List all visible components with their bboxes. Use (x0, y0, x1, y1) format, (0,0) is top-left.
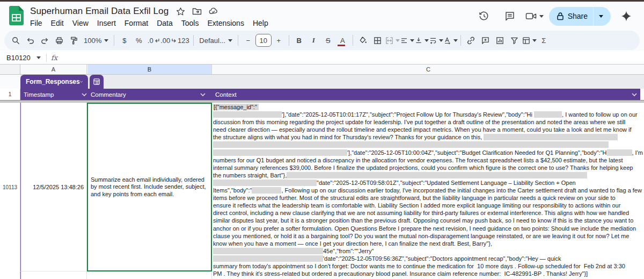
more-number-formats-icon[interactable]: 123 (176, 33, 191, 48)
menu-extensions[interactable]: Extensions (203, 18, 248, 28)
menu-file[interactable]: File (26, 18, 47, 28)
context-filter-caret (632, 93, 637, 96)
menu-insert[interactable]: Insert (93, 18, 120, 28)
context-line: 'date":"2025-12-05T09:56:36Z","subject":… (213, 255, 643, 262)
context-line: '],"date":"2025-12-05T10:01:17Z","subjec… (213, 111, 643, 118)
paint-format-icon[interactable] (67, 33, 81, 48)
column-header-a[interactable]: A (20, 65, 87, 74)
context-cell-text[interactable]: [{"message_id":"'],"date":"2025-12-05T10… (213, 103, 643, 277)
italic-icon[interactable]: I (306, 33, 321, 48)
text-color-icon[interactable]: A (335, 33, 350, 48)
horizontal-align-icon[interactable] (400, 33, 414, 48)
format-percent-icon[interactable]: % (131, 33, 146, 48)
functions-icon[interactable]: Σ (537, 33, 551, 48)
menu-view[interactable]: View (68, 18, 93, 28)
insert-link-icon[interactable] (464, 33, 478, 48)
fx-icon: fx (51, 54, 57, 62)
star-icon[interactable] (175, 6, 185, 16)
context-text: clause you mentioned, or hold it as a ba… (213, 233, 629, 239)
timestamp-cell[interactable]: 12/5/2025 13:48:26 (20, 103, 87, 271)
version-history-icon[interactable] (474, 6, 494, 26)
gemini-icon[interactable] (616, 6, 636, 26)
table-menu-caret (80, 80, 83, 83)
toolbar: 100% $ % .0 .00 123 Defaul... − 10 + B I… (4, 31, 640, 50)
cell-reference: B10120 (6, 54, 31, 62)
select-all-corner[interactable] (0, 65, 20, 74)
menu-edit[interactable]: Edit (47, 18, 68, 28)
decrease-decimal-icon[interactable]: .0 (146, 33, 160, 48)
move-folder-icon[interactable] (192, 6, 202, 16)
vertical-align-icon[interactable] (414, 33, 429, 48)
bold-icon[interactable]: B (292, 33, 306, 48)
table-grid-chip[interactable] (90, 75, 104, 89)
header-cell-timestamp[interactable]: Timestamp (24, 89, 87, 100)
context-text: the numbers straight, Bart"}, (213, 172, 287, 178)
sheets-logo-icon[interactable] (9, 6, 24, 25)
formula-input[interactable] (57, 51, 644, 64)
redo-icon[interactable] (38, 33, 52, 48)
name-box-caret[interactable] (36, 56, 41, 59)
context-text: similar disputes last year, but it is a … (213, 217, 633, 224)
text-rotation-icon[interactable] (443, 33, 458, 48)
decrease-font-size-icon[interactable]: − (241, 33, 255, 48)
redaction-block (213, 149, 347, 156)
menu-tools[interactable]: Tools (177, 18, 203, 28)
menu-bar: File Edit View Insert Format Data Tools … (26, 18, 273, 28)
redaction-block (213, 111, 282, 118)
redaction-block (607, 149, 632, 156)
share-dropdown-caret[interactable] (594, 15, 609, 18)
context-line: similar disputes last year, but it is a … (213, 217, 643, 224)
header-cell-commentary[interactable]: Commentary (91, 89, 206, 100)
zoom-select[interactable]: 100% (81, 33, 111, 48)
font-family-select[interactable]: Defaul... (196, 33, 235, 48)
context-line: anchor on or if you prefer a softer form… (213, 225, 643, 232)
document-title[interactable]: Superhuman Email Data Exfil Log (30, 6, 169, 17)
insert-chart-icon[interactable] (493, 33, 507, 48)
increase-font-size-icon[interactable]: + (272, 33, 286, 48)
header-cell-context[interactable]: Context (215, 89, 637, 100)
row-header-next[interactable] (0, 271, 20, 279)
context-line: ensure it reflects what the leadership t… (213, 202, 643, 209)
format-currency-icon[interactable]: $ (117, 33, 131, 48)
row-header-1[interactable]: 1 (0, 89, 20, 100)
fill-color-icon[interactable] (356, 33, 370, 48)
table-name-chip[interactable]: Form_Responses (20, 75, 88, 89)
column-header-c[interactable]: C (213, 65, 644, 74)
meet-button[interactable] (525, 11, 544, 21)
merge-cells-icon[interactable] (385, 33, 400, 48)
context-line: items before we proceed further. Most of… (213, 194, 643, 202)
text-wrap-icon[interactable] (429, 33, 443, 48)
context-text: Items","body":" (213, 187, 252, 194)
share-label: Share (568, 12, 588, 20)
font-size-input[interactable]: 10 (255, 34, 272, 47)
strikethrough-icon[interactable]: S (321, 33, 335, 48)
commentary-cell-selected[interactable]: Summarize each email individually, order… (87, 103, 212, 271)
create-filter-icon[interactable] (507, 33, 522, 48)
share-button[interactable]: Share (549, 7, 611, 26)
borders-icon[interactable] (370, 33, 385, 48)
next-row-cell-a[interactable] (20, 271, 87, 279)
table-views-icon[interactable] (522, 33, 537, 48)
menu-data[interactable]: Data (152, 18, 177, 28)
column-header-b[interactable]: B (87, 65, 212, 74)
name-box[interactable]: B10120 (0, 54, 41, 62)
context-text: anchor on or if you prefer a softer form… (213, 225, 636, 232)
row-header-10113[interactable]: 10113 (0, 103, 20, 271)
search-icon[interactable] (9, 33, 23, 48)
redaction-block (213, 255, 323, 262)
context-text: the structure aligns with what you had i… (213, 134, 484, 140)
next-row-cell-b[interactable] (87, 271, 212, 279)
context-line (213, 141, 643, 148)
menu-format[interactable]: Format (120, 18, 152, 28)
menu-help[interactable]: Help (248, 18, 273, 28)
print-icon[interactable] (52, 33, 67, 48)
comments-icon[interactable] (500, 6, 520, 26)
meet-dropdown-caret[interactable] (539, 15, 544, 18)
context-text: internal summary references $39,000. Bef… (213, 164, 633, 171)
zoom-value: 100% (84, 37, 101, 45)
cloud-saved-icon[interactable] (209, 6, 218, 16)
insert-comment-icon[interactable] (478, 33, 493, 48)
context-line: [{"message_id":" (213, 103, 643, 111)
increase-decimal-icon[interactable]: .00 (160, 33, 176, 48)
undo-icon[interactable] (23, 33, 38, 48)
